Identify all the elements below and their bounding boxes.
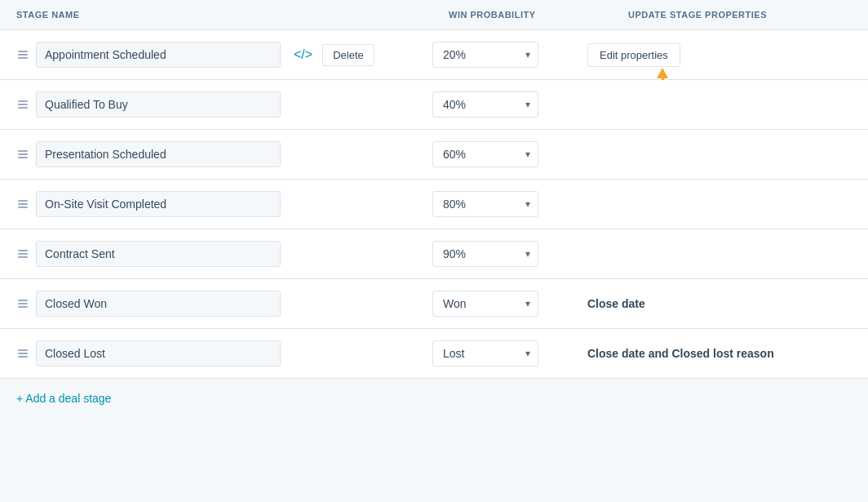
row-right: 80% 20% 40% 60% 90% ▾ (416, 191, 538, 217)
delete-button[interactable]: Delete (322, 44, 374, 66)
row-right: Won Lost 20% 40% 60% 80% 90% 100% ▾ Clos… (416, 291, 645, 317)
add-deal-stage-button[interactable]: + Add a deal stage (16, 392, 111, 405)
drag-handle[interactable] (16, 298, 29, 309)
update-stage-header: UPDATE STAGE PROPERTIES (628, 10, 852, 20)
stage-name-col (16, 141, 416, 167)
probability-select[interactable]: Won Lost 20% 40% 60% 80% 90% 100% (432, 291, 538, 317)
stage-name-col (16, 241, 416, 267)
probability-select[interactable]: 60% 20% 40% 80% 90% (432, 141, 538, 167)
stage-name-input[interactable] (36, 291, 281, 317)
probability-select[interactable]: 40% 20% 60% 80% 90% (432, 91, 538, 118)
row-right: 90% 20% 40% 60% 80% ▾ (416, 241, 538, 267)
drag-handle[interactable] (16, 149, 29, 160)
drag-handle[interactable] (16, 99, 29, 110)
row-right: 60% 20% 40% 80% 90% ▾ (416, 141, 538, 167)
row-right: 40% 20% 60% 80% 90% ▾ (416, 91, 538, 118)
stage-name-col (16, 340, 416, 367)
table-row: 80% 20% 40% 60% 90% ▾ (0, 180, 868, 229)
table-row: 40% 20% 60% 80% 90% ▾ (0, 80, 868, 130)
edit-properties-button[interactable]: Edit properties (587, 43, 680, 67)
table-row: Lost Won 20% 40% 60% 80% 90% 100% ▾ Clos… (0, 329, 868, 379)
drag-handle[interactable] (16, 248, 29, 260)
stage-name-input[interactable] (36, 91, 281, 118)
probability-select-wrapper: 80% 20% 40% 60% 90% ▾ (432, 191, 538, 217)
stage-name-input[interactable] (36, 340, 281, 367)
probability-select-wrapper: 60% 20% 40% 80% 90% ▾ (432, 141, 538, 167)
probability-select-wrapper: Won Lost 20% 40% 60% 80% 90% 100% ▾ (432, 291, 538, 317)
stage-properties-label: Close date and Closed lost reason (587, 347, 774, 360)
probability-select-wrapper: 20% 40% 60% 80% 90% 100% ▾ (432, 42, 538, 68)
table-header: STAGE NAME WIN PROBABILITY UPDATE STAGE … (0, 0, 868, 30)
drag-handle[interactable] (16, 198, 29, 210)
stage-name-header: STAGE NAME (16, 10, 310, 20)
stage-name-input[interactable] (36, 42, 281, 68)
drag-handle[interactable] (16, 49, 29, 60)
stage-name-input[interactable] (36, 191, 281, 217)
pipeline-stages-table: STAGE NAME WIN PROBABILITY UPDATE STAGE … (0, 0, 868, 502)
table-row: 60% 20% 40% 80% 90% ▾ (0, 130, 868, 180)
probability-select[interactable]: 90% 20% 40% 60% 80% (432, 241, 538, 267)
row-right: Lost Won 20% 40% 60% 80% 90% 100% ▾ Clos… (416, 340, 774, 367)
arrow-head (657, 68, 668, 78)
row-right: 20% 40% 60% 80% 90% 100% ▾ Edit properti… (416, 42, 680, 68)
table-row: </> Delete 20% 40% 60% 80% 90% 100% ▾ Ed… (0, 30, 868, 80)
row-actions: </> Delete (290, 44, 388, 66)
stage-properties-label: Close date (587, 297, 645, 310)
probability-select[interactable]: 80% 20% 40% 60% 90% (432, 191, 538, 217)
win-probability-header: WIN PROBABILITY (449, 10, 579, 20)
stage-name-col (16, 291, 416, 317)
probability-select-wrapper: Lost Won 20% 40% 60% 80% 90% 100% ▾ (432, 340, 538, 367)
probability-select-wrapper: 40% 20% 60% 80% 90% ▾ (432, 91, 538, 118)
probability-select[interactable]: 20% 40% 60% 80% 90% 100% (432, 42, 538, 68)
stage-name-input[interactable] (36, 141, 281, 167)
table-row: Won Lost 20% 40% 60% 80% 90% 100% ▾ Clos… (0, 279, 868, 329)
stage-name-col: </> Delete (16, 42, 416, 68)
drag-handle[interactable] (16, 348, 29, 359)
stage-name-input[interactable] (36, 241, 281, 267)
stage-name-col (16, 191, 416, 217)
stage-name-col (16, 91, 416, 118)
probability-select-wrapper: 90% 20% 40% 60% 80% ▾ (432, 241, 538, 267)
add-stage-row: + Add a deal stage (0, 379, 868, 418)
code-icon-button[interactable]: </> (290, 44, 316, 65)
table-row: 90% 20% 40% 60% 80% ▾ (0, 229, 868, 279)
edit-properties-area: Edit properties (587, 43, 680, 67)
probability-select[interactable]: Lost Won 20% 40% 60% 80% 90% 100% (432, 340, 538, 367)
